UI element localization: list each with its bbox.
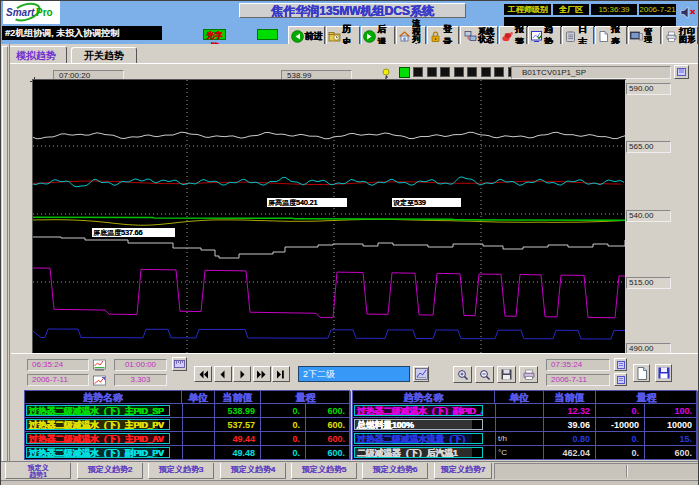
svg-text:Smart: Smart xyxy=(6,7,35,18)
svg-text:Pro: Pro xyxy=(36,7,53,18)
